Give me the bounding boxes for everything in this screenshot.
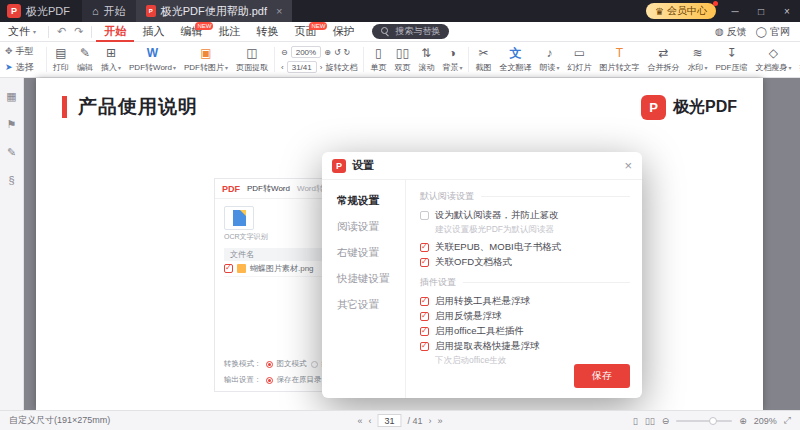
zoom-percentage[interactable]: 209%: [754, 416, 777, 426]
website-button[interactable]: ◯ 官网: [756, 25, 790, 39]
checkbox-checked-icon[interactable]: [420, 297, 429, 306]
settings-nav-other[interactable]: 其它设置: [322, 292, 405, 318]
section-plugins-label: 插件设置: [420, 276, 456, 289]
translate-button[interactable]: 文 全文翻译: [495, 42, 535, 77]
search-box[interactable]: 搜索与替换: [372, 24, 449, 39]
setting-default-reader-note: 建议设置极光PDF为默认阅读器: [435, 224, 630, 236]
zoom-out-icon[interactable]: ⊖: [281, 48, 288, 57]
doc-slim-button[interactable]: ◇ 文档瘦身▾: [751, 42, 795, 77]
embed-file-name: 蝴蝶图片素材.png: [250, 263, 314, 274]
checkbox-checked-icon[interactable]: [420, 243, 429, 252]
watermark-button[interactable]: ≋ 水印▾: [683, 42, 711, 77]
ribbon-tab-insert[interactable]: 插入: [134, 22, 172, 42]
rotate-doc-label[interactable]: 旋转文档: [325, 62, 357, 73]
document-tab-close-icon[interactable]: ×: [276, 5, 282, 17]
file-menu[interactable]: 文件 ▾: [0, 24, 44, 39]
compress-icon: ↧: [726, 47, 736, 60]
maximize-button[interactable]: □: [748, 0, 774, 22]
titlebar-tab-document[interactable]: P 极光PDF使用帮助.pdf ×: [136, 0, 293, 22]
checkbox-checked-icon[interactable]: [420, 342, 429, 351]
edit-label: 编辑: [77, 62, 93, 73]
notification-dot: [713, 1, 718, 6]
settings-nav-reading[interactable]: 阅读设置: [322, 214, 405, 240]
undo-icon[interactable]: ↶: [53, 25, 70, 38]
pdf-to-image-button[interactable]: ▣ PDF转图片▾: [180, 42, 232, 77]
titlebar-tab-home[interactable]: ⌂ 开始: [82, 0, 136, 22]
checkbox-checked-icon[interactable]: [420, 312, 429, 321]
merge-split-button[interactable]: ⇄ 合并拆分: [643, 42, 683, 77]
checkbox-checked-icon[interactable]: [420, 258, 429, 267]
zoom-slider[interactable]: [676, 420, 732, 422]
setting-convert-floatball[interactable]: 启用转换工具栏悬浮球: [420, 294, 630, 309]
zoom-in-icon[interactable]: ⊕: [324, 48, 331, 57]
setting-ofd[interactable]: 关联OFD文档格式: [420, 255, 630, 270]
insert-button[interactable]: ⊞ 插入▾: [97, 42, 125, 77]
setting-epub-mobi[interactable]: 关联EPUB、MOBI电子书格式: [420, 240, 630, 255]
setting-default-reader[interactable]: 设为默认阅读器，并防止篡改: [420, 208, 630, 223]
redo-icon[interactable]: ↷: [70, 25, 87, 38]
ribbon-tab-page[interactable]: 页面 NEW: [286, 22, 324, 42]
edit-button[interactable]: ✎ 编辑: [73, 42, 97, 77]
settings-nav-general[interactable]: 常规设置: [322, 188, 405, 214]
page-indicator[interactable]: 31/41: [287, 61, 317, 73]
read-aloud-button[interactable]: ♪ 朗读▾: [535, 42, 563, 77]
select-tool-button[interactable]: ➤ 选择: [5, 61, 44, 74]
ribbon-tab-home[interactable]: 开始: [96, 22, 134, 42]
previous-page-icon[interactable]: ‹: [368, 416, 371, 426]
next-page-icon[interactable]: ›: [320, 63, 323, 72]
prev-page-icon[interactable]: ‹: [281, 63, 284, 72]
single-page-button[interactable]: ▯ 单页: [366, 42, 390, 77]
watermark-icon: ≋: [692, 47, 702, 60]
close-button[interactable]: ×: [774, 0, 800, 22]
double-page-icon: ▯▯: [396, 47, 409, 60]
rotate-left-icon[interactable]: ↺: [334, 48, 341, 57]
setting-epub-mobi-label: 关联EPUB、MOBI电子书格式: [435, 241, 561, 254]
single-page-view-icon[interactable]: ▯: [633, 416, 638, 426]
dialog-close-icon[interactable]: ×: [624, 158, 632, 173]
pdf-to-word-button[interactable]: W PDF转Word▾: [125, 42, 180, 77]
page-extract-button[interactable]: ◫ 页面提取: [232, 42, 272, 77]
zoom-out-icon[interactable]: ⊖: [662, 416, 670, 426]
save-button[interactable]: 保存: [574, 364, 630, 388]
thumbnails-icon[interactable]: ▦: [6, 90, 16, 103]
scroll-mode-button[interactable]: ⇅ 滚动: [414, 42, 438, 77]
setting-table-extract[interactable]: 启用提取表格快捷悬浮球: [420, 339, 630, 354]
feedback-button[interactable]: ◍ 反馈: [715, 25, 747, 39]
checkbox-icon[interactable]: [420, 211, 429, 220]
setting-feedback-floatball[interactable]: 启用反馈悬浮球: [420, 309, 630, 324]
screenshot-button[interactable]: ✂ 截图: [471, 42, 495, 77]
search-highlight-button[interactable]: 搜索高亮: [795, 42, 800, 77]
section-default-reading-label: 默认阅读设置: [420, 190, 474, 203]
fullscreen-icon[interactable]: ⤢: [784, 415, 791, 426]
rotate-right-icon[interactable]: ↻: [344, 48, 351, 57]
ribbon-tab-annotate[interactable]: 批注: [210, 22, 248, 42]
background-button[interactable]: ◑ 背景▾: [438, 42, 466, 77]
page-number-input[interactable]: 31: [377, 414, 401, 427]
image-to-text-button[interactable]: T 图片转文字: [595, 42, 643, 77]
zoom-slider-thumb[interactable]: [709, 417, 717, 425]
membership-button[interactable]: ♛ 会员中心: [646, 3, 716, 19]
hand-tool-button[interactable]: ✥ 手型: [5, 45, 44, 58]
pdf-compress-button[interactable]: ↧ PDF压缩: [711, 42, 751, 77]
slideshow-button[interactable]: ▭ 幻灯片: [563, 42, 595, 77]
ribbon-tab-edit[interactable]: 编辑 NEW: [172, 22, 210, 42]
bookmarks-icon[interactable]: ⚑: [7, 118, 17, 131]
settings-nav-context-menu[interactable]: 右键设置: [322, 240, 405, 266]
comments-icon[interactable]: ✎: [7, 146, 16, 159]
ribbon-tab-protect[interactable]: 保护: [324, 22, 362, 42]
setting-office-plugin[interactable]: 启用office工具栏插件: [420, 324, 630, 339]
print-button[interactable]: ▤ 打印: [49, 42, 73, 77]
ribbon-tab-convert[interactable]: 转换: [248, 22, 286, 42]
zoom-value[interactable]: 200%: [291, 46, 321, 58]
first-page-icon[interactable]: «: [357, 416, 362, 426]
checkbox-checked-icon[interactable]: [420, 327, 429, 336]
zoom-in-icon[interactable]: ⊕: [739, 416, 747, 426]
double-page-view-icon[interactable]: ▯▯: [645, 416, 655, 426]
next-page-icon[interactable]: ›: [429, 416, 432, 426]
ribbon-tab-insert-label: 插入: [142, 24, 164, 39]
double-page-button[interactable]: ▯▯ 双页: [390, 42, 414, 77]
attachments-icon[interactable]: §: [8, 174, 14, 186]
settings-nav-shortcuts[interactable]: 快捷键设置: [322, 266, 405, 292]
last-page-icon[interactable]: »: [438, 416, 443, 426]
minimize-button[interactable]: ─: [722, 0, 748, 22]
